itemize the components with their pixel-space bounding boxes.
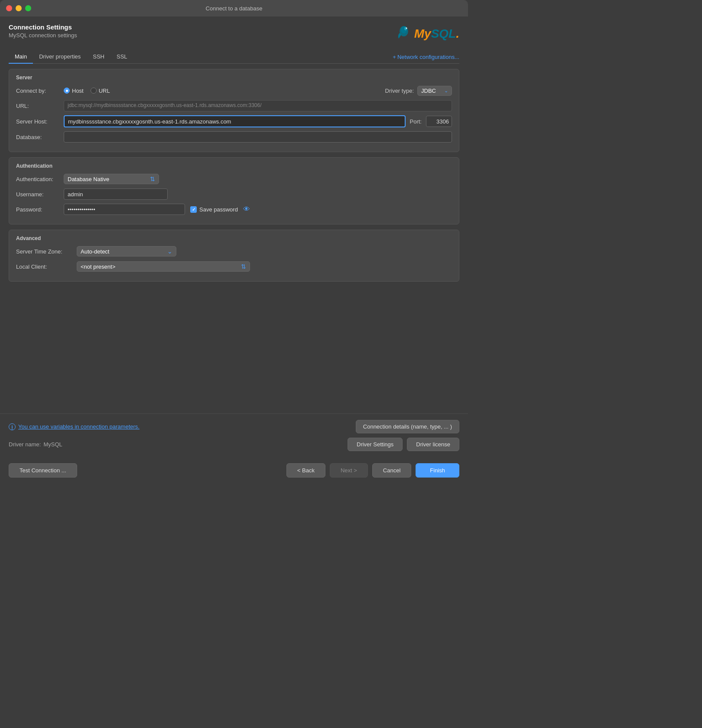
connect-by-options: Host URL (64, 88, 385, 94)
driver-type-area: Driver type: JDBC ⌄ (385, 86, 452, 96)
tab-ssh[interactable]: SSH (87, 50, 110, 64)
server-host-input-area: Port: (64, 115, 452, 127)
tab-main[interactable]: Main (9, 50, 33, 64)
local-client-value: <not present> (81, 263, 115, 270)
database-input[interactable] (64, 131, 452, 143)
driver-settings-button[interactable]: Driver Settings (348, 438, 403, 451)
chevron-updown-icon-lc: ⇅ (241, 263, 246, 270)
footer-right-buttons: Driver Settings Driver license (348, 438, 459, 451)
server-host-label: Server Host: (16, 118, 64, 125)
password-area: ✓ Save password 👁 (64, 204, 452, 215)
eye-icon[interactable]: 👁 (243, 205, 250, 213)
footer: i You can use variables in connection pa… (0, 413, 468, 457)
tab-driver-properties[interactable]: Driver properties (33, 50, 87, 64)
radio-url-circle[interactable] (91, 88, 97, 94)
info-link-text: You can use variables in connection para… (18, 423, 140, 430)
local-client-label: Local Client: (16, 263, 77, 270)
finish-button[interactable]: Finish (416, 463, 459, 478)
mysql-dolphin-icon (395, 23, 413, 44)
connect-by-label: Connect by: (16, 88, 64, 94)
page-subtitle: MySQL connection settings (9, 32, 77, 39)
advanced-section: Advanced Server Time Zone: Auto-detect ⌄… (9, 230, 459, 282)
driver-license-button[interactable]: Driver license (407, 438, 459, 451)
advanced-section-title: Advanced (16, 235, 452, 241)
database-row: Database: (16, 131, 452, 143)
driver-name-area: Driver name: MySQL (9, 441, 62, 448)
driver-type-value: JDBC (421, 88, 436, 94)
footer-buttons-row: Driver name: MySQL Driver Settings Drive… (9, 438, 459, 451)
cancel-button[interactable]: Cancel (372, 463, 411, 478)
url-input-container: jdbc:mysql://mydbinsssstance.cbgxxxxxgos… (64, 100, 452, 111)
page-title: Connection Settings (9, 23, 77, 31)
url-row: URL: jdbc:mysql://mydbinsssstance.cbgxxx… (16, 100, 452, 111)
mysql-sql: SQL (431, 27, 456, 40)
next-button[interactable]: Next > (330, 463, 368, 478)
nav-center-buttons: < Back Next > Cancel Finish (286, 463, 459, 478)
auth-select[interactable]: Database Native ⇅ (64, 174, 159, 184)
main-window: Connect to a database Connection Setting… (0, 0, 468, 485)
plus-icon: + (393, 54, 396, 60)
back-button[interactable]: < Back (286, 463, 325, 478)
username-input[interactable] (64, 188, 168, 200)
timezone-row: Server Time Zone: Auto-detect ⌄ (16, 246, 452, 257)
mysql-my: My (414, 27, 431, 40)
radio-host-circle[interactable] (64, 88, 70, 94)
save-password-checkbox[interactable]: ✓ (190, 206, 197, 213)
network-config-label: Network configurations... (397, 54, 459, 60)
local-client-select[interactable]: <not present> ⇅ (77, 261, 250, 272)
server-section-title: Server (16, 75, 452, 81)
radio-host[interactable]: Host (64, 88, 84, 94)
header-left: Connection Settings MySQL connection set… (9, 23, 77, 39)
checkmark-icon: ✓ (192, 207, 195, 212)
connection-details-button[interactable]: Connection details (name, type, ... ) (356, 420, 459, 433)
auth-value: Database Native (68, 176, 109, 182)
window-controls (6, 5, 31, 11)
server-section: Server Connect by: Host URL Driver type: (9, 69, 459, 152)
username-label: Username: (16, 191, 64, 198)
variables-info-link[interactable]: i You can use variables in connection pa… (9, 423, 140, 430)
radio-host-label: Host (72, 88, 84, 94)
maximize-button[interactable] (25, 5, 31, 11)
nav-buttons-row: Test Connection ... < Back Next > Cancel… (0, 457, 468, 485)
mysql-logo-text: MySQL. (414, 27, 459, 41)
auth-section-title: Authentication (16, 163, 452, 169)
timezone-label: Server Time Zone: (16, 248, 77, 255)
test-connection-button[interactable]: Test Connection ... (9, 463, 77, 478)
port-input[interactable] (426, 116, 452, 127)
chevron-updown-icon: ⇅ (150, 176, 155, 182)
info-icon: i (9, 423, 16, 430)
window-title: Connect to a database (206, 5, 263, 12)
minimize-button[interactable] (16, 5, 22, 11)
header: Connection Settings MySQL connection set… (9, 23, 459, 44)
auth-section: Authentication Authentication: Database … (9, 157, 459, 224)
tab-ssl[interactable]: SSL (110, 50, 133, 64)
save-password-checkbox-row[interactable]: ✓ Save password (190, 206, 238, 213)
password-row: Password: ✓ Save password 👁 (16, 204, 452, 215)
footer-info-row: i You can use variables in connection pa… (9, 420, 459, 433)
url-label: URL: (16, 103, 64, 109)
driver-type-select[interactable]: JDBC ⌄ (417, 86, 452, 96)
url-value: jdbc:mysql://mydbinsssstance.cbgxxxxxgos… (68, 102, 262, 108)
network-config-button[interactable]: + Network configurations... (393, 54, 459, 60)
mysql-logo: MySQL. (395, 23, 459, 44)
tabs-bar: Main Driver properties SSH SSL + Network… (9, 50, 459, 64)
username-row: Username: (16, 188, 452, 200)
connect-by-row: Connect by: Host URL Driver type: JDBC (16, 85, 452, 96)
timezone-select[interactable]: Auto-detect ⌄ (77, 246, 176, 257)
database-label: Database: (16, 134, 64, 140)
server-host-input[interactable] (64, 115, 406, 127)
password-label: Password: (16, 206, 64, 213)
password-input[interactable] (64, 204, 185, 215)
server-host-row: Server Host: Port: (16, 115, 452, 127)
svg-point-3 (406, 28, 407, 29)
local-client-row: Local Client: <not present> ⇅ (16, 261, 452, 272)
auth-label: Authentication: (16, 176, 64, 182)
chevron-down-icon-tz: ⌄ (167, 248, 172, 255)
chevron-down-icon: ⌄ (444, 88, 448, 94)
radio-url[interactable]: URL (91, 88, 110, 94)
close-button[interactable] (6, 5, 12, 11)
driver-type-label: Driver type: (385, 88, 414, 94)
content-area: Connection Settings MySQL connection set… (0, 16, 468, 413)
titlebar: Connect to a database (0, 0, 468, 16)
auth-type-row: Authentication: Database Native ⇅ (16, 173, 452, 185)
